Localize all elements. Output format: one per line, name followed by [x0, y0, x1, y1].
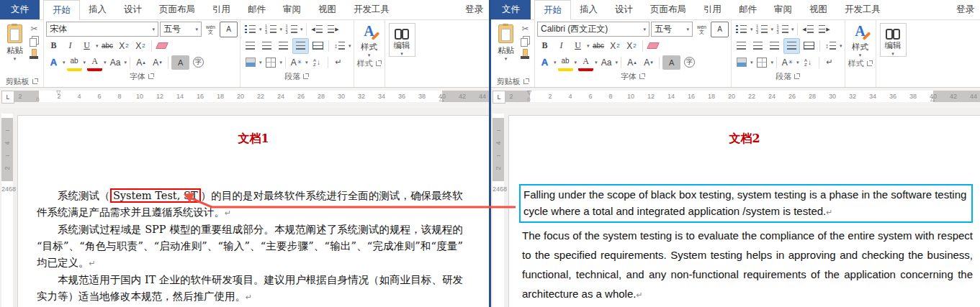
tab-引用[interactable]: 引用	[695, 0, 730, 19]
increase-indent-button[interactable]: ▶	[817, 22, 832, 37]
bullets-button[interactable]	[243, 22, 258, 37]
bullets-button[interactable]	[734, 22, 749, 37]
tab-开发工具[interactable]: 开发工具	[345, 0, 398, 19]
sign-in-button[interactable]: 登录	[459, 0, 489, 19]
bold-button[interactable]: B	[46, 39, 61, 53]
hanging-indent-marker[interactable]: ⌂	[527, 96, 531, 102]
character-border-button[interactable]: A	[220, 22, 238, 37]
align-center-button[interactable]	[259, 39, 274, 53]
highlight-color-button[interactable]: ab	[558, 54, 573, 71]
strikethrough-button[interactable]: abc	[100, 39, 115, 53]
phonetic-guide-button[interactable]: wén文	[694, 22, 709, 37]
align-right-button[interactable]	[276, 39, 291, 53]
align-left-button[interactable]	[734, 39, 749, 53]
align-center-button[interactable]	[750, 39, 765, 53]
change-case-button[interactable]: Aa	[108, 55, 123, 70]
tab-视图[interactable]: 视图	[801, 0, 836, 19]
document-page[interactable]: 文档1 系统测试（System Test, ST）的目的是对最终软件系统进行全面…	[17, 115, 489, 307]
enclose-characters-button[interactable]: 字	[191, 55, 206, 70]
tab-开始[interactable]: 开始	[534, 0, 571, 20]
font-color-button[interactable]: A	[87, 54, 102, 71]
dialog-launcher-icon[interactable]	[32, 78, 38, 84]
tab-邮件[interactable]: 邮件	[730, 0, 765, 19]
format-painter-icon[interactable]	[523, 49, 528, 57]
justify-button[interactable]	[292, 38, 309, 54]
shrink-font-button[interactable]: A▾	[150, 55, 165, 70]
superscript-button[interactable]: X2	[624, 39, 639, 53]
text-effects-button[interactable]: A	[537, 55, 552, 70]
tab-设计[interactable]: 设计	[606, 0, 642, 19]
subscript-button[interactable]: X2	[117, 39, 132, 53]
right-indent-marker[interactable]: △	[439, 96, 444, 102]
grow-font-button[interactable]: A▴	[624, 55, 639, 70]
show-marks-button[interactable]: ↵	[822, 55, 837, 70]
character-shading-button[interactable]: A	[662, 55, 680, 70]
cut-scissors-icon[interactable]: ✂	[30, 24, 37, 33]
tab-file[interactable]: 文件	[491, 0, 531, 19]
tab-file[interactable]: 文件	[0, 0, 40, 19]
hanging-indent-marker[interactable]: ⌂	[36, 96, 40, 102]
tab-邮件[interactable]: 邮件	[239, 0, 274, 19]
line-spacing-button[interactable]: ↕	[332, 39, 347, 53]
shrink-font-button[interactable]: A▾	[641, 55, 656, 70]
decrease-indent-button[interactable]: ◀	[310, 22, 325, 37]
text-effects-button[interactable]: A	[46, 55, 61, 70]
align-right-button[interactable]	[767, 39, 782, 53]
bold-button[interactable]: B	[537, 39, 552, 53]
tab-stop-selector[interactable]: L	[1, 91, 14, 104]
styles-button[interactable]: A 样式	[848, 21, 873, 58]
numbering-button[interactable]	[755, 22, 770, 37]
tab-视图[interactable]: 视图	[310, 0, 345, 19]
dialog-launcher-icon[interactable]	[794, 73, 800, 79]
clear-formatting-button[interactable]	[155, 39, 170, 53]
doc1-paragraph-1[interactable]: 系统测试（System Test, ST）的目的是对最终软件系统进行全面的测试，…	[37, 188, 463, 221]
tab-开发工具[interactable]: 开发工具	[836, 0, 889, 19]
tab-设计[interactable]: 设计	[115, 0, 150, 19]
borders-button[interactable]	[755, 55, 770, 70]
numbering-button[interactable]	[264, 22, 279, 37]
font-size-combo[interactable]: 五号	[651, 22, 693, 37]
doc1-paragraph-3[interactable]: 本规范适用于国内 IT 企业的软件研发项目。建议用户根据自身情况（如商业目标、研…	[37, 272, 463, 306]
asian-layout-button[interactable]: A✳	[289, 55, 304, 70]
shading-button[interactable]	[734, 55, 749, 70]
line-spacing-button[interactable]: ↕	[823, 39, 838, 53]
tab-页面布局[interactable]: 页面布局	[150, 0, 204, 19]
strikethrough-button[interactable]: abc	[591, 39, 606, 53]
editing-button[interactable]: 编辑	[390, 24, 415, 56]
tab-stop-selector[interactable]: L	[493, 91, 505, 104]
highlight-color-button[interactable]: ab	[67, 54, 82, 71]
tab-开始[interactable]: 开始	[43, 0, 80, 20]
tab-引用[interactable]: 引用	[204, 0, 239, 19]
character-border-button[interactable]: A	[711, 22, 729, 37]
borders-button[interactable]	[264, 55, 279, 70]
italic-button[interactable]: I	[63, 39, 78, 53]
editing-button[interactable]: 编辑	[881, 24, 906, 56]
asian-layout-button[interactable]: A✳	[780, 55, 795, 70]
doc2-paragraph-1[interactable]: Falling under the scope of black box tes…	[523, 188, 966, 217]
first-line-indent-marker[interactable]: ▽	[527, 90, 531, 96]
enclose-characters-button[interactable]: 字	[682, 55, 697, 70]
multilevel-list-button[interactable]	[284, 22, 299, 37]
dialog-launcher-icon[interactable]	[639, 73, 645, 79]
tab-审阅[interactable]: 审阅	[274, 0, 310, 19]
change-case-button[interactable]: Aa	[599, 55, 614, 70]
decrease-indent-button[interactable]: ◀	[801, 22, 816, 37]
dialog-launcher-icon[interactable]	[376, 60, 382, 66]
justify-button[interactable]	[783, 38, 800, 54]
distribute-button[interactable]	[310, 39, 325, 53]
increase-indent-button[interactable]: ▶	[326, 22, 341, 37]
underline-button[interactable]: U	[79, 39, 94, 53]
underline-button[interactable]: U	[570, 39, 585, 53]
phonetic-guide-button[interactable]: wén文	[203, 22, 218, 37]
distribute-button[interactable]	[801, 39, 817, 53]
font-size-combo[interactable]: 五号	[160, 22, 202, 37]
dialog-launcher-icon[interactable]	[523, 78, 529, 84]
font-name-combo[interactable]: 宋体	[46, 22, 158, 37]
font-color-button[interactable]: A	[578, 54, 593, 71]
dialog-launcher-icon[interactable]	[867, 60, 873, 66]
doc1-paragraph-2[interactable]: 系统测试过程域是 SPP 模型的重要组成部分。本规范阐述了系统测试的规程，该规程…	[37, 221, 463, 272]
font-name-combo[interactable]: Calibri (西文正文)	[537, 22, 649, 37]
sort-button[interactable]: AZ↓	[310, 55, 325, 70]
document-page[interactable]: 文档2 Falling under the scope of black box…	[508, 115, 980, 307]
paste-button[interactable]: 粘贴	[2, 21, 27, 75]
